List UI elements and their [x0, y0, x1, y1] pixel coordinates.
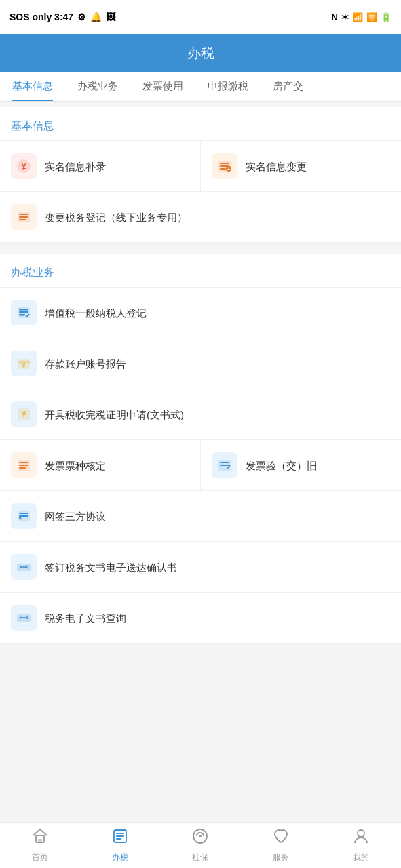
list-item[interactable]: 变更税务登记（线下业务专用） [0, 192, 401, 243]
invoice-verify-label: 发票验（交）旧 [246, 458, 317, 473]
svg-rect-23 [19, 465, 28, 466]
list-item[interactable]: 增值税一般纳税人登记 [0, 288, 401, 338]
service-icon [272, 827, 290, 849]
status-bar: SOS only 3:47 ⚙ 🔔 🖼 N ✶ 📶 🛜 🔋 [0, 0, 401, 34]
tax-label: 办税 [112, 852, 128, 863]
vat-reg-label: 增值税一般纳税人登记 [45, 306, 147, 320]
tax-reg-change-label: 变更税务登记（线下业务专用） [45, 210, 187, 224]
deposit-account-icon: ¥ [11, 351, 37, 376]
svg-point-42 [358, 830, 364, 837]
svg-rect-26 [220, 462, 229, 463]
three-party-icon [11, 503, 37, 529]
svg-rect-14 [19, 311, 28, 313]
bluetooth-icon: ✶ [341, 12, 349, 22]
bell-icon: 🔔 [90, 12, 102, 22]
list-item[interactable]: 发票验（交）旧 [201, 440, 402, 490]
list-item[interactable]: 签订税务文书电子送达确认书 [0, 542, 401, 593]
header-title: 办税 [187, 44, 214, 62]
svg-rect-40 [116, 838, 121, 840]
status-right: N ✶ 📶 🛜 🔋 [332, 12, 392, 22]
svg-rect-39 [116, 835, 124, 837]
section-title-basic: 基本信息 [11, 120, 54, 132]
list-item[interactable]: ¥ 实名信息补录 [0, 141, 201, 192]
svg-point-41 [199, 835, 202, 837]
tab-basic-info[interactable]: 基本信息 [0, 72, 65, 101]
svg-rect-29 [19, 513, 28, 514]
tax-doc-delivery-icon [11, 554, 37, 580]
tax-cert-label: 开具税收完税证明申请(文书式) [45, 408, 184, 422]
three-party-label: 网签三方协议 [45, 509, 106, 524]
svg-rect-22 [19, 462, 28, 463]
tab-invoice-use[interactable]: 发票使用 [130, 72, 195, 101]
nfc-icon: N [332, 12, 338, 22]
tabs-bar: 基本信息 办税业务 发票使用 申报缴税 房产交 [0, 72, 401, 102]
header: 办税 [0, 34, 401, 72]
main-content: 基本信息 ¥ 实名信息补录 + [0, 107, 401, 691]
svg-rect-38 [116, 833, 124, 834]
tab-declare-pay[interactable]: 申报缴税 [195, 72, 261, 101]
svg-rect-9 [19, 214, 28, 215]
social-label: 社保 [192, 852, 208, 863]
real-name-change-icon: + [212, 153, 237, 179]
home-icon [31, 827, 49, 849]
svg-text:¥: ¥ [22, 362, 25, 369]
status-text: SOS only 3:47 [9, 12, 73, 22]
svg-rect-24 [19, 467, 26, 469]
list-item[interactable]: 发票票种核定 [0, 440, 201, 490]
svg-rect-5 [220, 168, 226, 170]
invoice-verify-icon [212, 452, 237, 478]
svg-rect-11 [19, 219, 26, 220]
nav-home[interactable]: 首页 [20, 825, 60, 866]
photo-icon: 🖼 [106, 12, 115, 22]
status-left: SOS only 3:47 ⚙ 🔔 🖼 [9, 12, 115, 22]
list-item[interactable]: ¥ 存款账户账号报告 [0, 338, 401, 389]
list-item[interactable]: + 实名信息变更 [201, 141, 402, 192]
battery-icon: 🔋 [381, 12, 392, 22]
deposit-account-label: 存款账户账号报告 [45, 357, 126, 371]
svg-rect-15 [19, 314, 25, 316]
home-label: 首页 [32, 852, 48, 863]
tab-property-tax[interactable]: 房产交 [261, 72, 316, 101]
svg-rect-30 [19, 515, 28, 517]
svg-rect-36 [38, 839, 42, 842]
social-icon [191, 827, 209, 849]
section-header-tax-biz: 办税业务 [0, 254, 401, 287]
real-name-supplement-label: 实名信息补录 [45, 159, 106, 174]
section-title-tax-biz: 办税业务 [11, 267, 54, 278]
list-item[interactable]: 税务电子文书查询 [0, 593, 401, 644]
section-header-basic: 基本信息 [0, 107, 401, 140]
list-item[interactable]: ¥ 开具税收完税证明申请(文书式) [0, 389, 401, 440]
nav-service[interactable]: 服务 [261, 825, 301, 866]
nav-tax[interactable]: 办税 [100, 825, 140, 866]
signal-icon: 📶 [352, 12, 363, 22]
tax-cert-icon: ¥ [11, 401, 37, 427]
tax-biz-list: 增值税一般纳税人登记 ¥ 存款账户账号报告 ¥ 开具税收完税证明申请(文书式) [0, 287, 401, 644]
invoice-type-label: 发票票种核定 [45, 458, 106, 473]
tax-doc-delivery-label: 签订税务文书电子送达确认书 [45, 560, 177, 574]
nav-mine[interactable]: 我的 [341, 825, 381, 866]
section-divider-1 [0, 243, 401, 248]
svg-rect-13 [19, 309, 28, 311]
invoice-row: 发票票种核定 发票验（交）旧 [0, 440, 401, 491]
svg-text:+: + [227, 167, 229, 172]
tax-doc-query-label: 税务电子文书查询 [45, 611, 126, 625]
wifi-icon: 🛜 [366, 12, 377, 22]
mine-label: 我的 [353, 852, 369, 863]
tab-tax-biz[interactable]: 办税业务 [65, 72, 130, 101]
svg-rect-10 [19, 216, 28, 218]
vat-reg-icon [11, 300, 37, 326]
basic-info-grid: ¥ 实名信息补录 + 实名信息变更 [0, 140, 401, 243]
svg-rect-3 [220, 163, 229, 164]
mine-icon [352, 827, 370, 849]
service-label: 服务 [273, 852, 289, 863]
svg-rect-27 [220, 465, 229, 466]
real-name-change-label: 实名信息变更 [246, 159, 307, 174]
invoice-type-icon [11, 452, 37, 478]
svg-text:¥: ¥ [21, 161, 26, 172]
nav-social[interactable]: 社保 [180, 825, 220, 866]
bottom-nav: 首页 办税 社保 服务 [0, 822, 401, 868]
real-name-supplement-icon: ¥ [11, 153, 37, 179]
svg-text:¥: ¥ [22, 410, 26, 419]
list-item[interactable]: 网签三方协议 [0, 491, 401, 542]
tax-doc-query-icon [11, 605, 37, 631]
